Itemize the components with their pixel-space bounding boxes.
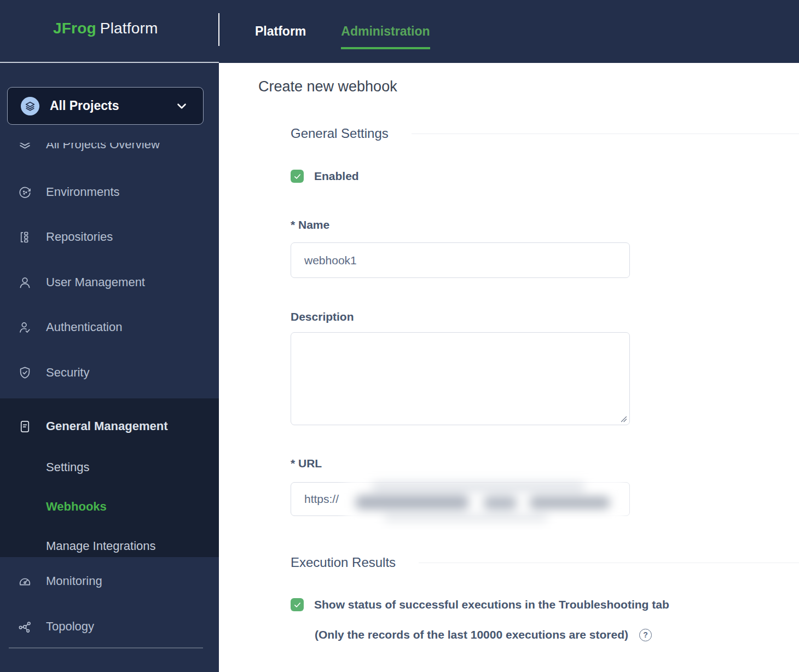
user-check-icon [16,320,33,335]
app-window: JFrogPlatform Platform Administration Al… [0,0,799,672]
cycle-dots-icon [16,185,33,200]
admin-sidebar: All Projects All Projects Overview [0,63,219,672]
description-label: Description [291,310,354,323]
show-status-note-row: (Only the records of the last 10000 exec… [315,628,652,641]
section-rule [419,563,799,563]
header-tabs: Platform Administration [255,0,430,63]
sidebar-item-security[interactable]: Security [0,356,219,389]
layers-icon [21,97,39,115]
section-execution-results: Execution Results [291,554,799,571]
layers-icon [16,143,33,152]
enabled-row: Enabled [291,170,359,183]
gauge-icon [16,574,33,589]
url-label: * URL [291,457,322,470]
url-input[interactable] [291,482,630,516]
repo-list-icon [16,230,33,245]
sidebar-divider [9,647,203,648]
sidebar-item-authentication[interactable]: Authentication [0,311,219,344]
section-rule [412,134,799,134]
sidebar-item-label: Repositories [46,230,113,244]
sidebar-item-label: General Management [46,419,168,433]
sidebar-subitem-label: Settings [46,460,90,474]
logo-product: Platform [100,20,158,37]
sidebar-item-general-management[interactable]: General Management [0,410,219,443]
sidebar-item-label: Security [46,366,89,380]
sidebar-item-topology[interactable]: Topology [0,610,219,643]
sidebar-subitem-label: Manage Integrations [46,539,156,553]
show-status-row: Show status of successful executions in … [291,598,669,611]
tab-administration[interactable]: Administration [341,0,430,63]
sidebar-item-repositories[interactable]: Repositories [0,221,219,253]
sidebar-item-label: Topology [46,619,94,634]
show-status-checkbox[interactable] [291,598,304,611]
name-input[interactable] [291,242,630,278]
header-divider [218,13,219,46]
user-icon [16,275,33,290]
section-title: General Settings [291,126,389,141]
name-label: * Name [291,218,329,231]
description-textarea[interactable] [291,332,630,425]
description-field [291,332,630,425]
sidebar-item-settings[interactable]: Settings [0,452,219,483]
show-status-label: Show status of successful executions in … [314,598,669,611]
jfrog-logo: JFrogPlatform [53,20,158,37]
sidebar-item-label: Environments [46,185,120,199]
top-header: JFrogPlatform Platform Administration [0,0,799,63]
project-selector[interactable]: All Projects [7,87,204,125]
sidebar-item-user-management[interactable]: User Management [0,266,219,299]
sidebar-subitem-label: Webhooks [46,500,107,514]
help-icon[interactable]: ? [639,629,652,641]
sidebar-item-webhooks[interactable]: Webhooks [0,491,219,522]
sidebar-item-label: All Projects Overview [46,143,160,152]
topology-icon [16,619,33,634]
sidebar-item-monitoring[interactable]: Monitoring [0,565,219,598]
sidebar-item-manage-integrations[interactable]: Manage Integrations [0,531,219,561]
notepad-icon [16,419,33,434]
enabled-label: Enabled [314,170,359,183]
shield-check-icon [16,366,33,380]
sidebar-group-general-management: General Management Settings Webhooks Man… [0,398,219,557]
sidebar-item-all-projects-overview[interactable]: All Projects Overview [0,143,219,161]
main-content: Create new webhook General Settings Enab… [219,63,799,672]
project-selector-label: All Projects [50,99,175,113]
sidebar-item-label: User Management [46,275,145,289]
sidebar-item-label: Authentication [46,320,122,334]
sidebar-scroll-clip: All Projects Overview [0,143,219,167]
section-general-settings: General Settings [291,125,799,142]
section-title: Execution Results [291,555,396,570]
sidebar-item-environments[interactable]: Environments [0,176,219,208]
chevron-down-icon [175,99,189,113]
page-title: Create new webhook [258,78,397,95]
sidebar-item-label: Monitoring [46,574,102,588]
enabled-checkbox[interactable] [291,170,304,183]
tab-platform[interactable]: Platform [255,0,306,63]
show-status-note: (Only the records of the last 10000 exec… [315,628,628,641]
logo-brand: JFrog [53,20,96,37]
